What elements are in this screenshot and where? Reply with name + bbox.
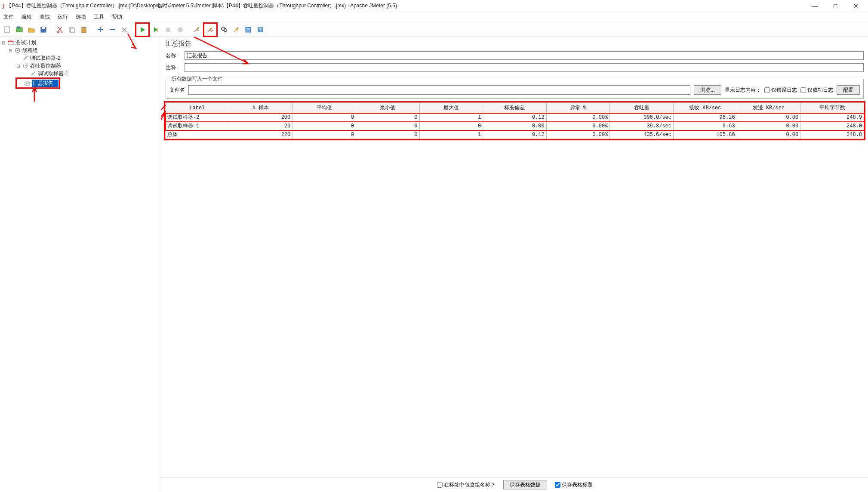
column-header[interactable]: # 样本: [229, 103, 292, 113]
table-cell: 0: [292, 130, 356, 139]
svg-rect-11: [166, 28, 170, 32]
tree-thread-group[interactable]: ⊟ 线程组: [1, 46, 160, 54]
paste-icon[interactable]: [78, 24, 89, 35]
success-only-checkbox[interactable]: 仅成功日志: [800, 87, 833, 94]
comment-label: 注释：: [166, 64, 182, 71]
table-row[interactable]: 调试取样器-1200000.000.00%39.8/sec9.630.00248…: [166, 122, 864, 130]
save-header-checkbox[interactable]: 保存表格标题: [555, 481, 593, 489]
table-cell: 0.00: [737, 130, 800, 139]
svg-rect-4: [42, 27, 45, 29]
templates-icon[interactable]: [14, 24, 25, 35]
table-cell: 96.26: [674, 113, 737, 122]
stop-icon[interactable]: [163, 24, 174, 35]
save-table-button[interactable]: 保存表格数据: [503, 480, 547, 489]
start-no-pause-icon[interactable]: [151, 24, 162, 35]
tree-label: 吞吐量控制器: [30, 62, 61, 70]
show-log-label: 显示日志内容：: [725, 87, 761, 94]
expand-icon[interactable]: [95, 24, 106, 35]
svg-rect-19: [8, 41, 13, 42]
comment-input[interactable]: [185, 63, 864, 72]
column-header[interactable]: 吞吐量: [610, 103, 674, 113]
table-cell: 1: [419, 130, 483, 139]
tree-throughput-controller[interactable]: ⊟ 吞吐量控制器: [1, 62, 160, 70]
tree-label: 线程组: [22, 47, 38, 54]
menu-edit[interactable]: 编辑: [22, 13, 32, 21]
configure-button[interactable]: 配置: [837, 85, 860, 95]
column-header[interactable]: Label: [166, 103, 229, 113]
tree-pane: ⊟ 测试计划 ⊟ 线程组 调试取样器-2 ⊟ 吞吐量控制器 调试取样器-1: [0, 37, 161, 492]
table-cell: 1: [419, 113, 483, 122]
tree-summary-report[interactable]: 汇总报告: [17, 79, 58, 87]
table-cell: 0: [356, 130, 419, 139]
function-helper-icon[interactable]: [243, 24, 254, 35]
column-header[interactable]: 标准偏差: [483, 103, 547, 113]
column-header[interactable]: 接收 KB/sec: [674, 103, 737, 113]
tree-test-plan[interactable]: ⊟ 测试计划: [1, 39, 160, 46]
column-header[interactable]: 发送 KB/sec: [737, 103, 800, 113]
search-icon[interactable]: [219, 24, 230, 35]
table-cell: 0.00: [483, 122, 547, 130]
menu-help[interactable]: 帮助: [112, 13, 122, 21]
new-icon[interactable]: [2, 24, 13, 35]
include-group-checkbox[interactable]: 在标签中包含组名称？: [437, 481, 496, 489]
collapse-icon[interactable]: ⊟: [1, 40, 6, 45]
collapse-icon[interactable]: [107, 24, 118, 35]
menu-tools[interactable]: 工具: [94, 13, 104, 21]
menu-options[interactable]: 选项: [76, 13, 86, 21]
cut-icon[interactable]: [54, 24, 65, 35]
column-header[interactable]: 最大值: [419, 103, 483, 113]
svg-rect-10: [83, 27, 85, 28]
svg-rect-2: [17, 27, 20, 28]
maximize-button[interactable]: □: [830, 3, 840, 9]
results-table: Label# 样本平均值最小值最大值标准偏差异常 %吞吐量接收 KB/sec发送…: [165, 102, 864, 139]
reset-search-icon[interactable]: [231, 24, 242, 35]
column-header[interactable]: 异常 %: [546, 103, 610, 113]
start-icon[interactable]: [137, 24, 148, 35]
table-cell: 0: [356, 122, 419, 130]
column-header[interactable]: 平均值: [292, 103, 356, 113]
name-input[interactable]: [185, 51, 864, 60]
column-header[interactable]: 平均字节数: [800, 103, 864, 113]
save-icon[interactable]: [38, 24, 49, 35]
table-cell: 20: [229, 122, 292, 130]
table-row[interactable]: 总体2200010.120.00%435.6/sec105.860.00248.…: [166, 130, 864, 139]
close-button[interactable]: ✕: [851, 3, 861, 9]
column-header[interactable]: 最小值: [356, 103, 419, 113]
separator: [90, 24, 94, 35]
table-cell: 0: [356, 113, 419, 122]
menu-file[interactable]: 文件: [3, 13, 14, 21]
table-cell: 总体: [166, 130, 229, 139]
table-cell: 0.12: [483, 130, 547, 139]
bottom-bar: 在标签中包含组名称？ 保存表格数据 保存表格标题: [161, 477, 868, 492]
filename-input[interactable]: [188, 85, 690, 95]
errors-only-checkbox[interactable]: 仅错误日志: [764, 87, 797, 94]
browse-button[interactable]: 浏览...: [694, 85, 721, 95]
results-table-wrap: Label# 样本平均值最小值最大值标准偏差异常 %吞吐量接收 KB/sec发送…: [164, 101, 865, 140]
table-cell: 0.00%: [546, 130, 610, 139]
window-controls: — □ ✕: [810, 3, 865, 9]
name-label: 名称：: [166, 52, 182, 59]
tree-sampler-2[interactable]: 调试取样器-2: [1, 54, 160, 62]
menu-search[interactable]: 查找: [40, 13, 50, 21]
table-cell: 0.00: [737, 113, 800, 122]
filename-label: 文件名: [169, 87, 185, 94]
copy-icon[interactable]: [66, 24, 77, 35]
table-cell: 0: [419, 122, 483, 130]
tree-sampler-1[interactable]: 调试取样器-1: [1, 70, 160, 77]
toggle-icon[interactable]: [119, 24, 130, 35]
minimize-button[interactable]: —: [810, 3, 820, 9]
shutdown-icon[interactable]: [175, 24, 186, 35]
clear-icon[interactable]: [191, 24, 202, 35]
tree-label: 调试取样器-1: [38, 70, 68, 77]
collapse-icon[interactable]: ⊟: [8, 48, 13, 53]
open-icon[interactable]: [26, 24, 37, 35]
table-row[interactable]: 调试取样器-22000010.120.00%396.0/sec96.260.00…: [166, 113, 864, 122]
collapse-icon[interactable]: ⊟: [15, 64, 21, 68]
help-icon[interactable]: ?: [255, 24, 266, 35]
clear-all-icon[interactable]: [205, 24, 216, 35]
menu-run[interactable]: 运行: [58, 13, 68, 21]
separator: [187, 24, 190, 35]
name-row: 名称：: [161, 50, 868, 62]
annotation-box-summary: 汇总报告: [15, 77, 60, 89]
listener-icon: [24, 80, 31, 87]
